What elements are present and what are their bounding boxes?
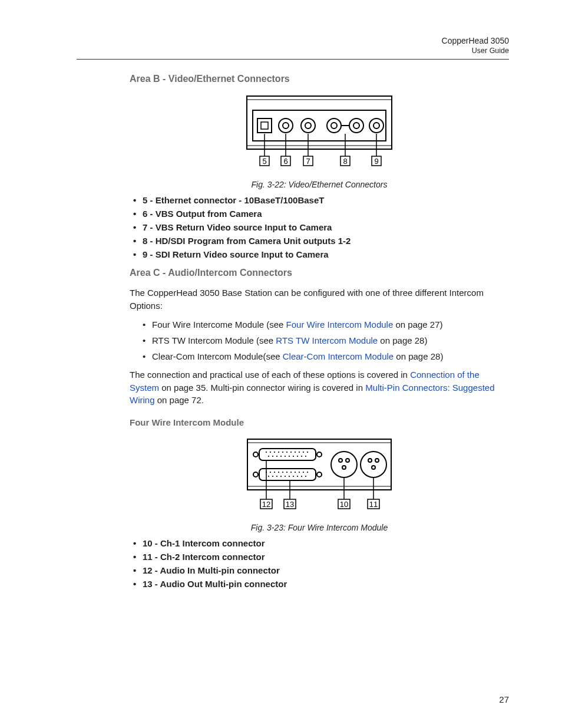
svg-point-45 xyxy=(268,456,269,457)
svg-point-49 xyxy=(285,456,286,457)
link-four-wire[interactable]: Four Wire Intercom Module xyxy=(286,319,394,330)
fig22-label-7: 7 xyxy=(306,157,310,166)
svg-point-31 xyxy=(253,472,258,477)
svg-point-39 xyxy=(286,452,287,453)
svg-point-62 xyxy=(295,472,296,473)
svg-point-76 xyxy=(331,452,357,477)
svg-point-35 xyxy=(270,452,271,453)
heading-four-wire: Four Wire Intercom Module xyxy=(130,417,509,427)
heading-area-b: Area B - Video/Ethernet Connectors xyxy=(130,74,509,84)
list-item: Clear-Com Intercom Module(see Clear-Com … xyxy=(141,350,509,363)
svg-rect-27 xyxy=(247,439,391,490)
svg-point-83 xyxy=(372,466,375,469)
svg-point-46 xyxy=(272,456,273,457)
svg-point-72 xyxy=(293,476,294,477)
content-column: Area B - Video/Ethernet Connectors xyxy=(130,74,509,589)
svg-point-57 xyxy=(274,472,275,473)
fig22-label-8: 8 xyxy=(343,157,347,166)
svg-point-32 xyxy=(317,452,322,457)
svg-point-60 xyxy=(286,472,287,473)
svg-point-8 xyxy=(301,118,315,133)
svg-point-42 xyxy=(299,452,300,453)
svg-point-15 xyxy=(369,118,384,133)
list-item: 12 - Audio In Multi-pin connector xyxy=(130,565,509,575)
fig22-label-6: 6 xyxy=(283,157,287,166)
page-number: 27 xyxy=(499,694,509,704)
svg-point-11 xyxy=(331,123,337,129)
fig23-label-13: 13 xyxy=(286,500,294,509)
svg-point-65 xyxy=(307,472,308,473)
svg-point-66 xyxy=(268,476,269,477)
header-rule xyxy=(77,59,509,60)
fig23-label-10: 10 xyxy=(340,500,348,509)
svg-point-59 xyxy=(282,472,283,473)
svg-point-80 xyxy=(342,466,346,469)
fig23-label-11: 11 xyxy=(369,500,378,509)
fig-3-22-caption: Fig. 3-22: Video/Ethernet Connectors xyxy=(130,180,509,189)
svg-point-53 xyxy=(301,456,302,457)
svg-point-73 xyxy=(297,476,298,477)
fig22-label-5: 5 xyxy=(262,157,266,166)
svg-point-6 xyxy=(279,118,293,133)
figure-3-23: 12 13 10 11 xyxy=(130,436,509,518)
svg-point-74 xyxy=(301,476,302,477)
page-header: CopperHead 3050 User Guide xyxy=(77,35,509,55)
svg-point-79 xyxy=(346,459,349,462)
list-item: 11 - Ch-2 Intercom connector xyxy=(130,552,509,562)
list-item: 6 - VBS Output from Camera xyxy=(130,209,509,219)
svg-point-61 xyxy=(290,472,292,473)
figure-3-22: 5 6 7 8 9 xyxy=(130,93,509,175)
svg-point-37 xyxy=(278,452,279,453)
svg-point-54 xyxy=(305,456,306,457)
svg-point-56 xyxy=(270,472,271,473)
header-doc: User Guide xyxy=(77,46,509,55)
svg-point-75 xyxy=(305,476,306,477)
link-clear-com[interactable]: Clear-Com Intercom Module xyxy=(283,351,394,361)
svg-point-52 xyxy=(297,456,298,457)
fig-3-23-svg: 12 13 10 11 xyxy=(243,436,396,518)
svg-point-77 xyxy=(361,452,386,477)
area-b-list: 5 - Ethernet connector - 10BaseT/100Base… xyxy=(130,195,509,259)
svg-point-38 xyxy=(282,452,283,453)
svg-point-64 xyxy=(303,472,304,473)
svg-point-9 xyxy=(305,123,311,129)
list-item: 13 - Audio Out Multi-pin connector xyxy=(130,579,509,589)
list-item: Four Wire Intercome Module (see Four Wir… xyxy=(141,318,509,331)
svg-point-47 xyxy=(276,456,277,457)
fig-3-23-caption: Fig. 3-23: Four Wire Intercom Module xyxy=(130,523,509,532)
fig22-label-9: 9 xyxy=(374,157,378,166)
header-product: CopperHead 3050 xyxy=(77,35,509,46)
svg-point-44 xyxy=(307,452,308,453)
list-item: 9 - SDI Return Video source Input to Cam… xyxy=(130,249,509,259)
svg-point-43 xyxy=(303,452,304,453)
svg-point-82 xyxy=(375,459,379,462)
area-c-para2: The connection and practical use of each… xyxy=(130,368,509,407)
svg-point-40 xyxy=(290,452,292,453)
svg-rect-3 xyxy=(253,110,386,141)
fig23-label-12: 12 xyxy=(262,500,270,509)
svg-point-13 xyxy=(353,123,359,129)
svg-point-70 xyxy=(285,476,286,477)
list-item: 8 - HD/SDI Program from Camera Unit outp… xyxy=(130,236,509,246)
svg-point-51 xyxy=(293,456,294,457)
svg-point-68 xyxy=(276,476,277,477)
list-item: 10 - Ch-1 Intercom connector xyxy=(130,538,509,548)
fig-3-22-svg: 5 6 7 8 9 xyxy=(240,93,399,175)
svg-point-50 xyxy=(289,456,290,457)
svg-point-10 xyxy=(327,118,341,133)
link-rts-tw[interactable]: RTS TW Intercom Module xyxy=(276,335,378,345)
svg-point-16 xyxy=(373,123,379,129)
heading-area-c: Area C - Audio/Intercom Connectors xyxy=(130,268,509,278)
svg-point-67 xyxy=(272,476,273,477)
area-c-intro: The CopperHead 3050 Base Station can be … xyxy=(130,286,509,312)
four-wire-list: 10 - Ch-1 Intercom connector 11 - Ch-2 I… xyxy=(130,538,509,589)
area-c-options: Four Wire Intercome Module (see Four Wir… xyxy=(141,318,509,363)
svg-point-69 xyxy=(280,476,282,477)
svg-point-48 xyxy=(280,456,282,457)
svg-rect-5 xyxy=(261,122,268,129)
svg-point-71 xyxy=(289,476,290,477)
list-item: 5 - Ethernet connector - 10BaseT/100Base… xyxy=(130,195,509,205)
page: CopperHead 3050 User Guide Area B - Vide… xyxy=(0,0,562,728)
svg-point-30 xyxy=(253,452,258,457)
svg-point-33 xyxy=(317,472,322,477)
